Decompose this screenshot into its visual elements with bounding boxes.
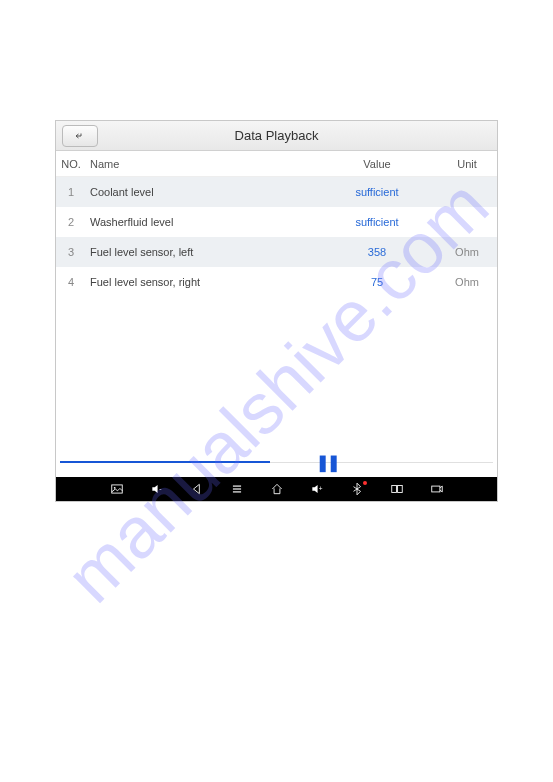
back-nav-icon[interactable] xyxy=(190,482,204,496)
progress-bar[interactable]: ❚❚ xyxy=(56,447,497,477)
cell-value: 75 xyxy=(317,276,437,288)
app-switch-icon[interactable] xyxy=(390,482,404,496)
svg-point-1 xyxy=(113,487,115,489)
table-row[interactable]: 2Washerfluid levelsufficient xyxy=(56,207,497,237)
svg-rect-9 xyxy=(431,486,439,492)
svg-rect-7 xyxy=(391,486,396,493)
svg-text:-: - xyxy=(159,485,162,492)
cell-no: 3 xyxy=(56,246,86,258)
cell-value: 358 xyxy=(317,246,437,258)
cell-no: 2 xyxy=(56,216,86,228)
header-value: Value xyxy=(317,158,437,170)
header-bar: Data Playback xyxy=(56,121,497,151)
camera-icon[interactable] xyxy=(430,482,444,496)
cell-name: Washerfluid level xyxy=(86,216,317,228)
cell-name: Coolant level xyxy=(86,186,317,198)
back-button[interactable] xyxy=(62,125,98,147)
playback-area xyxy=(56,297,497,447)
cell-value: sufficient xyxy=(317,216,437,228)
cell-unit: Ohm xyxy=(437,276,497,288)
home-icon[interactable] xyxy=(270,482,284,496)
progress-track xyxy=(270,462,493,463)
header-name: Name xyxy=(86,158,317,170)
page-title: Data Playback xyxy=(56,128,497,143)
table-row[interactable]: 1Coolant levelsufficient xyxy=(56,177,497,207)
table-body: 1Coolant levelsufficient2Washerfluid lev… xyxy=(56,177,497,297)
header-no: NO. xyxy=(56,158,86,170)
table-header: NO. Name Value Unit xyxy=(56,151,497,177)
cell-unit: Ohm xyxy=(437,246,497,258)
cell-value: sufficient xyxy=(317,186,437,198)
nav-bar: - + xyxy=(56,477,497,501)
volume-down-icon[interactable]: - xyxy=(150,482,164,496)
header-unit: Unit xyxy=(437,158,497,170)
cell-name: Fuel level sensor, right xyxy=(86,276,317,288)
bluetooth-icon[interactable] xyxy=(350,482,364,496)
table-row[interactable]: 4Fuel level sensor, right75Ohm xyxy=(56,267,497,297)
menu-icon[interactable] xyxy=(230,482,244,496)
cell-name: Fuel level sensor, left xyxy=(86,246,317,258)
device-frame: Data Playback NO. Name Value Unit 1Coola… xyxy=(55,120,498,502)
progress-fill xyxy=(60,461,270,463)
image-icon[interactable] xyxy=(110,482,124,496)
svg-rect-8 xyxy=(397,486,402,493)
pause-icon[interactable]: ❚❚ xyxy=(316,453,338,472)
cell-no: 1 xyxy=(56,186,86,198)
table-row[interactable]: 3Fuel level sensor, left358Ohm xyxy=(56,237,497,267)
cell-no: 4 xyxy=(56,276,86,288)
volume-up-icon[interactable]: + xyxy=(310,482,324,496)
svg-text:+: + xyxy=(318,485,322,492)
